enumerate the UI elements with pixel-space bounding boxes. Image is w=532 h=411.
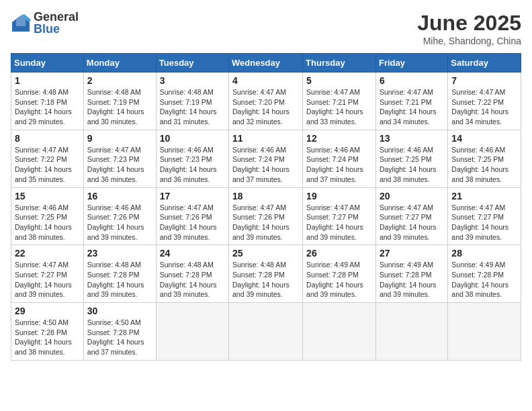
day-info: Sunrise: 4:46 AMSunset: 7:24 PMDaylight:… bbox=[306, 145, 372, 185]
day-cell-13: 13Sunrise: 4:46 AMSunset: 7:25 PMDayligh… bbox=[375, 130, 447, 187]
day-info: Sunrise: 4:50 AMSunset: 7:28 PMDaylight:… bbox=[87, 318, 152, 357]
header-cell-thursday: Thursday bbox=[303, 54, 376, 73]
day-number: 1 bbox=[15, 75, 80, 86]
day-cell-17: 17Sunrise: 4:47 AMSunset: 7:26 PMDayligh… bbox=[156, 187, 228, 245]
day-number: 27 bbox=[380, 248, 444, 259]
day-number: 20 bbox=[380, 191, 444, 201]
day-info: Sunrise: 4:47 AMSunset: 7:22 PMDaylight:… bbox=[451, 87, 517, 127]
header-cell-wednesday: Wednesday bbox=[229, 54, 303, 73]
day-cell-2: 2Sunrise: 4:48 AMSunset: 7:19 PMDaylight… bbox=[83, 73, 156, 130]
day-cell-22: 22Sunrise: 4:47 AMSunset: 7:27 PMDayligh… bbox=[11, 245, 84, 303]
day-info: Sunrise: 4:48 AMSunset: 7:19 PMDaylight:… bbox=[160, 87, 225, 127]
logo: General Blue bbox=[11, 11, 79, 35]
day-number: 14 bbox=[451, 133, 517, 144]
day-number: 21 bbox=[451, 191, 517, 201]
week-row-2: 8Sunrise: 4:47 AMSunset: 7:22 PMDaylight… bbox=[11, 130, 521, 187]
header-cell-monday: Monday bbox=[83, 54, 156, 73]
day-cell-1: 1Sunrise: 4:48 AMSunset: 7:18 PMDaylight… bbox=[11, 73, 84, 130]
day-info: Sunrise: 4:49 AMSunset: 7:28 PMDaylight:… bbox=[306, 260, 372, 300]
day-cell-6: 6Sunrise: 4:47 AMSunset: 7:21 PMDaylight… bbox=[375, 73, 447, 130]
day-number: 10 bbox=[160, 133, 225, 144]
day-info: Sunrise: 4:49 AMSunset: 7:28 PMDaylight:… bbox=[380, 260, 444, 300]
day-number: 18 bbox=[232, 191, 299, 201]
day-cell-11: 11Sunrise: 4:46 AMSunset: 7:24 PMDayligh… bbox=[229, 130, 303, 187]
empty-cell bbox=[303, 303, 376, 361]
day-number: 28 bbox=[451, 248, 517, 259]
day-info: Sunrise: 4:49 AMSunset: 7:28 PMDaylight:… bbox=[451, 260, 517, 300]
empty-cell bbox=[156, 303, 228, 361]
calendar-title: June 2025 bbox=[417, 11, 521, 36]
day-number: 26 bbox=[306, 248, 372, 259]
day-cell-27: 27Sunrise: 4:49 AMSunset: 7:28 PMDayligh… bbox=[375, 245, 447, 303]
day-number: 25 bbox=[232, 248, 299, 259]
week-row-3: 15Sunrise: 4:46 AMSunset: 7:25 PMDayligh… bbox=[11, 187, 521, 245]
logo-general: General bbox=[34, 11, 79, 23]
day-cell-10: 10Sunrise: 4:46 AMSunset: 7:23 PMDayligh… bbox=[156, 130, 228, 187]
day-info: Sunrise: 4:47 AMSunset: 7:26 PMDaylight:… bbox=[232, 203, 299, 242]
header-row: SundayMondayTuesdayWednesdayThursdayFrid… bbox=[11, 54, 521, 73]
day-cell-21: 21Sunrise: 4:47 AMSunset: 7:27 PMDayligh… bbox=[448, 187, 521, 245]
day-number: 16 bbox=[87, 191, 152, 201]
day-number: 2 bbox=[87, 75, 152, 86]
day-number: 9 bbox=[87, 133, 152, 144]
day-info: Sunrise: 4:47 AMSunset: 7:27 PMDaylight:… bbox=[306, 203, 372, 242]
day-cell-8: 8Sunrise: 4:47 AMSunset: 7:22 PMDaylight… bbox=[11, 130, 84, 187]
day-info: Sunrise: 4:46 AMSunset: 7:26 PMDaylight:… bbox=[87, 203, 152, 242]
day-cell-7: 7Sunrise: 4:47 AMSunset: 7:22 PMDaylight… bbox=[448, 73, 521, 130]
day-info: Sunrise: 4:46 AMSunset: 7:25 PMDaylight:… bbox=[380, 145, 444, 185]
day-number: 24 bbox=[160, 248, 225, 259]
day-cell-19: 19Sunrise: 4:47 AMSunset: 7:27 PMDayligh… bbox=[303, 187, 376, 245]
day-info: Sunrise: 4:47 AMSunset: 7:21 PMDaylight:… bbox=[306, 87, 372, 127]
day-cell-30: 30Sunrise: 4:50 AMSunset: 7:28 PMDayligh… bbox=[83, 303, 156, 361]
day-cell-28: 28Sunrise: 4:49 AMSunset: 7:28 PMDayligh… bbox=[448, 245, 521, 303]
logo-icon bbox=[11, 13, 31, 33]
day-number: 23 bbox=[87, 248, 152, 259]
calendar-subtitle: Mihe, Shandong, China bbox=[417, 36, 521, 46]
day-cell-20: 20Sunrise: 4:47 AMSunset: 7:27 PMDayligh… bbox=[375, 187, 447, 245]
header-cell-sunday: Sunday bbox=[11, 54, 84, 73]
day-number: 5 bbox=[306, 75, 372, 86]
header-cell-saturday: Saturday bbox=[448, 54, 521, 73]
week-row-5: 29Sunrise: 4:50 AMSunset: 7:28 PMDayligh… bbox=[11, 303, 521, 361]
day-number: 12 bbox=[306, 133, 372, 144]
day-number: 8 bbox=[15, 133, 80, 144]
day-info: Sunrise: 4:48 AMSunset: 7:19 PMDaylight:… bbox=[87, 87, 152, 127]
week-row-4: 22Sunrise: 4:47 AMSunset: 7:27 PMDayligh… bbox=[11, 245, 521, 303]
day-number: 17 bbox=[160, 191, 225, 201]
day-number: 19 bbox=[306, 191, 372, 201]
day-info: Sunrise: 4:47 AMSunset: 7:21 PMDaylight:… bbox=[380, 87, 444, 127]
day-number: 22 bbox=[15, 248, 80, 259]
day-number: 4 bbox=[232, 75, 299, 86]
empty-cell bbox=[375, 303, 447, 361]
day-cell-15: 15Sunrise: 4:46 AMSunset: 7:25 PMDayligh… bbox=[11, 187, 84, 245]
day-number: 30 bbox=[87, 306, 152, 316]
page-header: General Blue June 2025 Mihe, Shandong, C… bbox=[11, 11, 521, 46]
day-cell-5: 5Sunrise: 4:47 AMSunset: 7:21 PMDaylight… bbox=[303, 73, 376, 130]
day-cell-3: 3Sunrise: 4:48 AMSunset: 7:19 PMDaylight… bbox=[156, 73, 228, 130]
day-cell-4: 4Sunrise: 4:47 AMSunset: 7:20 PMDaylight… bbox=[229, 73, 303, 130]
logo-blue: Blue bbox=[34, 23, 79, 35]
day-info: Sunrise: 4:46 AMSunset: 7:25 PMDaylight:… bbox=[15, 203, 80, 242]
day-info: Sunrise: 4:48 AMSunset: 7:28 PMDaylight:… bbox=[87, 260, 152, 300]
day-info: Sunrise: 4:47 AMSunset: 7:26 PMDaylight:… bbox=[160, 203, 225, 242]
day-cell-26: 26Sunrise: 4:49 AMSunset: 7:28 PMDayligh… bbox=[303, 245, 376, 303]
day-number: 13 bbox=[380, 133, 444, 144]
calendar-header: SundayMondayTuesdayWednesdayThursdayFrid… bbox=[11, 54, 521, 73]
day-cell-12: 12Sunrise: 4:46 AMSunset: 7:24 PMDayligh… bbox=[303, 130, 376, 187]
day-info: Sunrise: 4:47 AMSunset: 7:27 PMDaylight:… bbox=[15, 260, 80, 300]
day-info: Sunrise: 4:50 AMSunset: 7:28 PMDaylight:… bbox=[15, 318, 80, 357]
day-info: Sunrise: 4:46 AMSunset: 7:24 PMDaylight:… bbox=[232, 145, 299, 185]
day-cell-16: 16Sunrise: 4:46 AMSunset: 7:26 PMDayligh… bbox=[83, 187, 156, 245]
day-number: 11 bbox=[232, 133, 299, 144]
calendar-table: SundayMondayTuesdayWednesdayThursdayFrid… bbox=[11, 53, 521, 361]
day-number: 3 bbox=[160, 75, 225, 86]
day-cell-23: 23Sunrise: 4:48 AMSunset: 7:28 PMDayligh… bbox=[83, 245, 156, 303]
logo-text: General Blue bbox=[34, 11, 79, 35]
day-info: Sunrise: 4:48 AMSunset: 7:18 PMDaylight:… bbox=[15, 87, 80, 127]
day-cell-25: 25Sunrise: 4:48 AMSunset: 7:28 PMDayligh… bbox=[229, 245, 303, 303]
header-cell-friday: Friday bbox=[375, 54, 447, 73]
day-info: Sunrise: 4:47 AMSunset: 7:22 PMDaylight:… bbox=[15, 145, 80, 185]
header-cell-tuesday: Tuesday bbox=[156, 54, 228, 73]
day-info: Sunrise: 4:47 AMSunset: 7:27 PMDaylight:… bbox=[380, 203, 444, 242]
day-info: Sunrise: 4:47 AMSunset: 7:20 PMDaylight:… bbox=[232, 87, 299, 127]
